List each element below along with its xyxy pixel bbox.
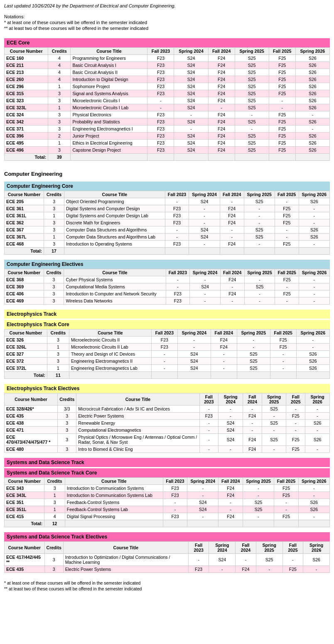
systems-data-core-header: Systems and Data Science Track Core [4,468,330,477]
systems-data-header: Systems and Data Science Track [4,458,330,467]
notations-label: Notations: [4,14,330,19]
notations: Notations: * at least one of these cours… [4,14,330,31]
ece-core-header: ECE Core [4,38,330,47]
notation2: ** at least two of these courses will be… [4,26,330,31]
col-credits: Credits [48,48,71,55]
systems-data-electives-header: Systems and Data Science Track Electives [4,532,330,541]
systems-data-core-table: Course Number Credits Course Title Fall … [4,477,330,527]
table-row: ECE 4951Ethics in Electrical Engineering… [5,140,330,147]
table-row: ECE 367L1Computer Data Structures and Al… [5,234,330,241]
table-row: ECE 2961Sophomore ProjectF23S24F24S25F25… [5,83,330,90]
electrophysics-core-header: Electrophysics Track Core [4,320,330,329]
footer-note2: ** at least two of these courses will be… [4,586,330,591]
comp-eng-core-table: Course Number Credits Course Title Fall … [4,191,330,255]
comp-eng-electives-table: Course Number Credits Course Title Fall … [4,269,330,305]
table-row: ECE 2604Introduction to Digital DesignF2… [5,76,330,83]
table-row: ECE 4803Intro to Biomed & Clinic Eng--F2… [5,446,330,453]
computer-engineering-header: Computer Engineering [4,169,330,179]
table-row: ECE 4353Electric Power SystemsF23-F24-F2… [5,566,330,573]
total-row: Total:17 [5,248,330,255]
electrophysics-core-table: Course Number Credits Course Title Fall … [4,329,330,379]
table-row: ECE 2134Basic Circuit Analysis IIF23S24F… [5,69,330,76]
table-row: ECE 4713Computational Electromagnetics-S… [5,427,330,434]
table-row: ECE 3723Engineering Electromagnetics II-… [5,358,330,365]
table-row: ECE 3713Engineering Electromagnetics IF2… [5,125,330,133]
table-row: ECE 2053Object Oriented Programming-S24-… [5,198,330,205]
col-course-title: Course Title [71,48,147,55]
table-row: ECE 343L1Introduction to Communication S… [5,492,330,499]
table-row: ECE 4683Introduction to Operating System… [5,241,330,248]
table-row: ECE 3153Signal and Systems AnalysisF23S2… [5,90,330,97]
table-row: ECE 4154Digital Signal ProcessingF23-F24… [5,513,330,520]
table-row: ECE 3263Microelectronic Circuits IIF23-F… [5,337,330,344]
table-row: ECE 4383Renewable Energy-S24-S25-S26 [5,420,330,427]
table-row: ECE 326L1Microelectronic Circuits II Lab… [5,344,330,351]
comp-eng-core-header: Computer Engineering Core [4,182,330,191]
notation1: * at least one of these courses will be … [4,20,330,25]
table-row: ECE 3693Computational Media Systems-S24-… [5,283,330,290]
electrophysics-electives-table: Course Number Credits Course Title Fall … [4,393,330,453]
table-row: ECE 1604Programming for EngineersF23S24F… [5,55,330,62]
col-fall2024: Fall 2024 [208,48,235,55]
table-row: ECE 361L1Digital Systems and Computer De… [5,212,330,219]
ece-core-table: Course Number Credits Course Title Fall … [4,47,330,161]
last-updated: Last updated 10/26/2024 by the Departmen… [4,3,330,8]
footer-note1: * at least one of these courses will be … [4,580,330,585]
table-row: ECE 328/426*3/3Microcircuit Fabrication … [5,406,330,413]
col-course-title-ce: Course Title [64,191,165,198]
col-course-number-ce: Course Number [5,191,44,198]
electrophysics-header: Electrophysics Track [4,310,330,319]
col-fall2025: Fall 2025 [269,48,295,55]
table-row: ECE 3513Feedback-Control Systems-S24-S25… [5,499,330,506]
table-row: ECE 3433Introduction to Communication Sy… [5,485,330,492]
comp-eng-electives-header: Computer Engineering Electives [4,260,330,269]
col-spring2026: Spring 2026 [295,48,329,55]
table-row: ECE 3273Theory and Design of IC Devices-… [5,351,330,358]
table-row: ECE 3683Cyber Physical Systems--F24-F25- [5,276,330,283]
table-row: ECE 3673Computer Data Structures and Alg… [5,226,330,234]
table-row: ECE 3423Probability and StatisticsF23S24… [5,118,330,125]
table-row: ECE 4963Capstone Design ProjectF23S24F24… [5,147,330,154]
table-row: ECE 417/442/445 **3Introduction to Optim… [5,554,330,566]
col-spring2025: Spring 2025 [235,48,269,55]
table-row: ECE 3233Microelectronic Circuits I-S24F2… [5,97,330,104]
total-row: Total:12 [5,520,330,527]
col-credits-ce: Credits [44,191,64,198]
electrophysics-electives-header: Electrophysics Track Electives [4,384,330,393]
table-row: ECE 3243Physical ElectronicsF23-F24-F25- [5,111,330,118]
table-row: ECE 3613Digital Systems and Computer Des… [5,205,330,212]
table-row: ECE 4353Electric Power SystemsF23-F24-F2… [5,413,330,420]
systems-data-electives-table: Course Number Credits Course Title Fall … [4,541,330,573]
table-row: ECE 4063Introduction to Computer and Net… [5,290,330,297]
table-row: ECE 3962Junior ProjectF23S24F24S25F25S26 [5,133,330,140]
col-fall2023: Fall 2023 [147,48,174,55]
total-row: Total:11 [5,372,330,379]
table-row: ECE 3623Discrete Math for EngineersF23-F… [5,219,330,226]
footer-notes: * at least one of these courses will be … [4,580,330,591]
table-row: ECE 470/473/474/475/477 *3Physical Optic… [5,434,330,446]
table-row: ECE 323L1Microelectronic Circuits I Lab-… [5,104,330,111]
table-row: ECE 4693Wireless Data NetworksF23----- [5,297,330,305]
table-row: ECE 351L1Feedback-Control Systems Lab-S2… [5,506,330,513]
col-spring2024: Spring 2024 [174,48,208,55]
col-course-number: Course Number [5,48,48,55]
table-row: ECE 372L1Engineering Electromagnetics La… [5,365,330,372]
total-row: Total:39 [5,154,330,161]
table-row: ECE 2114Basic Circuit Analysis IF23S24F2… [5,62,330,69]
